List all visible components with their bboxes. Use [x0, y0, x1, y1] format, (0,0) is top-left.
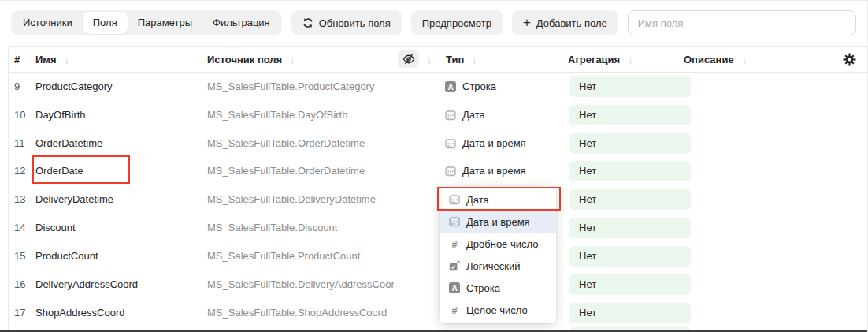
- table-row[interactable]: 12 OrderDate MS_SalesFullTable.OrderDate…: [0, 157, 867, 185]
- field-source[interactable]: MS_SalesFullTable.OrderDatetime: [207, 157, 394, 185]
- toolbar: Источники Поля Параметры Фильтрация Обно…: [11, 10, 856, 35]
- field-name[interactable]: DeliveryDatetime: [35, 185, 113, 214]
- dropdown-item-integer[interactable]: # Целое число: [440, 299, 556, 321]
- field-type-label: Дата и время: [462, 157, 526, 185]
- calendar-icon: [449, 216, 460, 227]
- table-row[interactable]: 13 DeliveryDatetime MS_SalesFullTable.De…: [0, 185, 867, 214]
- row-number: 13: [14, 185, 25, 214]
- column-source-label: Источник поля: [207, 54, 282, 65]
- gear-icon[interactable]: [840, 50, 859, 69]
- dropdown-item-date[interactable]: Дата: [440, 188, 556, 211]
- field-type-label: Дата и время: [462, 129, 526, 158]
- column-name: Имя ↓: [35, 47, 69, 72]
- field-type[interactable]: Дата и время: [445, 129, 526, 158]
- calendar-icon: [445, 138, 456, 149]
- aggregation-badge[interactable]: Нет: [569, 246, 691, 267]
- boolean-icon: [449, 260, 460, 271]
- hash-icon: #: [449, 238, 460, 250]
- column-visibility: ↓: [398, 47, 432, 72]
- sort-arrow-icon[interactable]: ↓: [65, 54, 70, 65]
- aggregation-badge[interactable]: Нет: [569, 105, 691, 125]
- dropdown-item-float[interactable]: # Дробное число: [440, 233, 556, 255]
- tab-parameters[interactable]: Параметры: [128, 12, 202, 34]
- field-type[interactable]: A Строка: [445, 73, 496, 101]
- field-name-search-input[interactable]: [628, 10, 856, 35]
- table-row[interactable]: 10 DayOfBirth MS_SalesFullTable.DayOfBir…: [0, 101, 867, 129]
- tab-fields[interactable]: Поля: [83, 12, 128, 34]
- field-name[interactable]: ProductCount: [35, 242, 98, 270]
- aggregation-badge[interactable]: Нет: [569, 303, 691, 323]
- field-name[interactable]: ShopAddressCoord: [35, 299, 124, 327]
- table-row[interactable]: 16 DeliveryAddressCoord MS_SalesFullTabl…: [0, 270, 867, 299]
- string-type-icon: A: [449, 282, 460, 293]
- preview-label: Предпросмотр: [422, 17, 491, 29]
- field-name[interactable]: OrderDatetime: [35, 129, 102, 158]
- field-source[interactable]: MS_SalesFullTable.ProductCount: [207, 242, 394, 270]
- aggregation-badge[interactable]: Нет: [569, 274, 691, 295]
- aggregation-badge[interactable]: Нет: [569, 76, 691, 97]
- row-number: 14: [14, 214, 25, 242]
- hash-icon: #: [449, 304, 460, 316]
- sort-arrow-icon[interactable]: ↓: [290, 54, 295, 65]
- dataset-fields-page: Источники Поля Параметры Фильтрация Обно…: [0, 0, 868, 332]
- type-select-dropdown: Дата Дата и время # Дробное число Логиче…: [440, 186, 556, 323]
- field-source[interactable]: MS_SalesFullTable.DayOfBirth: [207, 101, 394, 129]
- sort-arrow-icon[interactable]: ↓: [742, 54, 747, 65]
- field-name[interactable]: DayOfBirth: [35, 101, 86, 129]
- field-type-label: Строка: [462, 73, 496, 101]
- dropdown-item-datetime[interactable]: Дата и время: [440, 211, 556, 233]
- aggregation-badge[interactable]: Нет: [569, 133, 691, 154]
- add-field-label: Добавить поле: [536, 17, 607, 29]
- column-description-label: Описание: [684, 54, 734, 65]
- aggregation-badge[interactable]: Нет: [569, 161, 691, 181]
- dropdown-item-label: Дата и время: [466, 216, 530, 228]
- field-source[interactable]: MS_SalesFullTable.DeliveryDatetime: [207, 185, 394, 214]
- preview-button[interactable]: Предпросмотр: [411, 10, 503, 35]
- dropdown-item-label: Дата: [466, 194, 489, 206]
- aggregation-badge[interactable]: Нет: [569, 189, 691, 210]
- sort-arrow-icon[interactable]: ↓: [472, 54, 477, 65]
- column-type: Тип ↓: [446, 47, 477, 72]
- field-source[interactable]: MS_SalesFullTable.ProductCategory: [207, 73, 394, 101]
- row-number: 17: [14, 299, 25, 327]
- sort-arrow-icon[interactable]: ↓: [628, 54, 633, 65]
- field-name[interactable]: Discount: [35, 214, 76, 242]
- tab-sources[interactable]: Источники: [13, 12, 83, 34]
- row-number: 12: [14, 157, 25, 185]
- field-type[interactable]: Дата: [445, 101, 485, 129]
- field-name[interactable]: OrderDate: [35, 157, 83, 185]
- column-aggregation: Агрегация ↓: [568, 47, 633, 72]
- dropdown-item-boolean[interactable]: Логический: [440, 255, 556, 277]
- field-source[interactable]: MS_SalesFullTable.DeliveryAddressCoord: [207, 270, 394, 299]
- eye-slash-icon[interactable]: [398, 50, 419, 68]
- table-row[interactable]: 14 Discount MS_SalesFullTable.Discount Н…: [0, 214, 867, 242]
- column-type-label: Тип: [446, 54, 464, 65]
- table-row[interactable]: 17 ShopAddressCoord MS_SalesFullTable.Sh…: [0, 299, 867, 327]
- table-row[interactable]: 11 OrderDatetime MS_SalesFullTable.Order…: [0, 129, 867, 158]
- field-name[interactable]: ProductCategory: [35, 73, 113, 101]
- field-name[interactable]: DeliveryAddressCoord: [35, 270, 138, 299]
- table-row[interactable]: 9 ProductCategory MS_SalesFullTable.Prod…: [0, 73, 867, 101]
- tab-filtering[interactable]: Фильтрация: [202, 12, 280, 34]
- field-type-label: Дата: [462, 101, 485, 129]
- table-row[interactable]: 15 ProductCount MS_SalesFullTable.Produc…: [0, 242, 867, 270]
- column-index: #: [14, 47, 20, 72]
- aggregation-badge[interactable]: Нет: [569, 218, 691, 238]
- row-number: 10: [14, 101, 25, 129]
- string-type-icon: A: [445, 81, 456, 92]
- column-name-label: Имя: [35, 54, 57, 65]
- dropdown-item-string[interactable]: A Строка: [440, 277, 556, 299]
- field-type[interactable]: Дата и время: [445, 157, 526, 185]
- refresh-fields-button[interactable]: Обновить поля: [291, 10, 402, 35]
- column-aggregation-label: Агрегация: [568, 54, 620, 65]
- field-source[interactable]: MS_SalesFullTable.ShopAddressCoord: [207, 299, 394, 327]
- add-field-button[interactable]: + Добавить поле: [512, 10, 618, 35]
- plus-icon: +: [523, 16, 531, 29]
- column-description: Описание ↓: [684, 47, 747, 72]
- column-index-label: #: [14, 54, 20, 65]
- sort-arrow-icon[interactable]: ↓: [427, 54, 432, 65]
- dropdown-item-label: Логический: [466, 260, 520, 272]
- row-number: 11: [14, 129, 25, 158]
- field-source[interactable]: MS_SalesFullTable.Discount: [207, 214, 394, 242]
- field-source[interactable]: MS_SalesFullTable.OrderDatetime: [207, 129, 394, 158]
